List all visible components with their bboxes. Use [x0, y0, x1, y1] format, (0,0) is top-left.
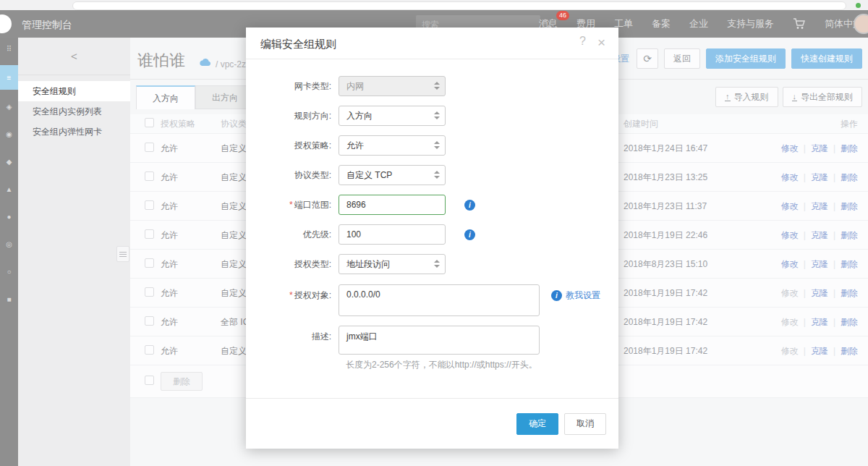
clone-link[interactable]: 克隆 — [811, 171, 828, 182]
delete-link[interactable]: 删除 — [841, 229, 858, 240]
rail-icon-3[interactable]: ◈ — [0, 96, 18, 117]
modify-link-disabled: 修改 — [781, 287, 799, 297]
row-checkbox[interactable] — [145, 200, 154, 210]
row-checkbox[interactable] — [145, 316, 154, 326]
brand-logo[interactable] — [0, 14, 12, 33]
rail-home-icon[interactable]: ⠿ — [0, 38, 18, 59]
delete-link[interactable]: 删除 — [841, 200, 858, 211]
row-checkbox[interactable] — [145, 258, 154, 268]
info-icon[interactable]: i — [464, 229, 475, 240]
rail-icon-8[interactable]: ◎ — [0, 233, 18, 255]
select-arrows-icon — [434, 111, 440, 119]
row-checkbox[interactable] — [145, 171, 154, 181]
sidebar-item-eni[interactable]: 安全组内弹性网卡 — [18, 122, 130, 142]
clone-link[interactable]: 克隆 — [811, 200, 828, 211]
rail-active-product-icon[interactable]: ≡ — [0, 65, 18, 90]
download-icon: ↓ — [792, 93, 798, 101]
rail-icon-6[interactable]: ▲ — [0, 178, 18, 200]
rail-icon-7[interactable]: ● — [0, 206, 18, 227]
row-checkbox[interactable] — [145, 287, 154, 297]
rail-icon-5[interactable]: ◆ — [0, 151, 18, 172]
modify-link-disabled: 修改 — [781, 316, 799, 326]
add-rule-button[interactable]: 添加安全组规则 — [706, 48, 786, 69]
edit-rule-modal: 编辑安全组规则 ? × 网卡类型: 内网 规则方向: 入方向 授权策略: 允许 … — [246, 27, 618, 449]
nav-icp[interactable]: 备案 — [652, 17, 671, 30]
row-checkbox[interactable] — [145, 345, 154, 355]
nav-support[interactable]: 支持与服务 — [727, 17, 774, 30]
close-icon[interactable]: × — [597, 35, 605, 51]
clone-link[interactable]: 克隆 — [811, 258, 828, 268]
row-checkbox[interactable] — [145, 143, 154, 152]
confirm-button[interactable]: 确定 — [516, 413, 558, 435]
info-icon[interactable]: i — [464, 200, 475, 211]
delete-link[interactable]: 删除 — [841, 287, 858, 297]
description-hint: 长度为2-256个字符，不能以http://或https://开头。 — [346, 359, 618, 371]
port-range-label: *端口范围: — [246, 199, 339, 211]
nav-enterprise[interactable]: 企业 — [689, 17, 708, 30]
modify-link[interactable]: 修改 — [781, 143, 799, 153]
modify-link[interactable]: 修改 — [781, 229, 799, 240]
policy-label: 授权策略: — [246, 140, 339, 152]
sidebar: < 安全组规则 安全组内实例列表 安全组内弹性网卡 — [18, 38, 130, 466]
cancel-button[interactable]: 取消 — [564, 413, 606, 435]
footer-checkbox[interactable] — [145, 376, 154, 385]
description-textarea[interactable] — [339, 326, 540, 355]
protocol-select[interactable]: 自定义 TCP — [339, 165, 446, 185]
modify-link[interactable]: 修改 — [781, 200, 799, 211]
nic-type-select: 内网 — [339, 76, 446, 96]
delete-link[interactable]: 删除 — [841, 171, 858, 182]
tab-inbound[interactable]: 入方向 — [136, 85, 195, 109]
cart-icon[interactable] — [793, 18, 806, 30]
modify-link[interactable]: 修改 — [781, 171, 799, 182]
sidebar-resize-handle[interactable] — [116, 246, 129, 262]
clone-link[interactable]: 克隆 — [811, 143, 828, 153]
export-rules-button[interactable]: ↓导出全部规则 — [783, 87, 863, 107]
modal-footer: 确定 取消 — [246, 398, 618, 449]
priority-input[interactable] — [339, 224, 446, 245]
clone-link[interactable]: 克隆 — [811, 287, 828, 297]
refresh-button[interactable]: ⟳ — [637, 48, 658, 69]
direction-label: 规则方向: — [246, 110, 339, 122]
modal-title: 编辑安全组规则 — [260, 38, 336, 51]
sidebar-item-instance-list[interactable]: 安全组内实例列表 — [18, 101, 130, 122]
select-all-checkbox[interactable] — [145, 118, 154, 127]
delete-link[interactable]: 删除 — [841, 316, 858, 326]
help-icon[interactable]: ? — [579, 35, 586, 51]
clone-link[interactable]: 克隆 — [811, 229, 828, 240]
clone-link[interactable]: 克隆 — [811, 345, 828, 355]
auth-type-label: 授权类型: — [246, 258, 339, 271]
browser-extension-icon[interactable] — [856, 3, 861, 8]
port-range-input[interactable] — [339, 195, 446, 215]
row-checkbox[interactable] — [145, 229, 154, 239]
col-created: 创建时间 — [624, 118, 658, 130]
rail-icon-4[interactable]: ◉ — [0, 123, 18, 145]
browser-url-bar[interactable] — [72, 1, 846, 10]
direction-select[interactable]: 入方向 — [339, 106, 446, 126]
chevron-left-icon: < — [71, 50, 77, 62]
back-button[interactable]: 返回 — [664, 48, 700, 69]
col-actions: 操作 — [841, 118, 858, 130]
sidebar-collapse-button[interactable]: < — [18, 38, 130, 75]
delete-link[interactable]: 删除 — [841, 345, 858, 355]
teach-me-setup-link[interactable]: i教我设置 — [551, 284, 600, 302]
import-rules-button[interactable]: ↑导入规则 — [715, 87, 778, 107]
delete-link[interactable]: 删除 — [841, 258, 858, 268]
auth-type-select[interactable]: 地址段访问 — [339, 254, 446, 274]
batch-delete-button[interactable]: 删除 — [161, 372, 203, 391]
sidebar-item-security-rules[interactable]: 安全组规则 — [18, 81, 130, 101]
modify-link[interactable]: 修改 — [781, 258, 799, 268]
quick-create-button[interactable]: 快速创建规则 — [791, 48, 862, 69]
policy-select[interactable]: 允许 — [339, 135, 446, 156]
auth-target-textarea[interactable] — [339, 284, 540, 316]
rail-icon-9[interactable]: ○ — [0, 260, 18, 282]
rail-icon-10[interactable]: ■ — [0, 288, 18, 310]
clone-link[interactable]: 克隆 — [811, 316, 828, 326]
user-avatar[interactable] — [854, 14, 868, 34]
delete-link[interactable]: 删除 — [841, 143, 858, 153]
cloud-icon — [199, 58, 211, 69]
nic-type-label: 网卡类型: — [246, 80, 339, 93]
console-title: 管理控制台 — [22, 19, 72, 32]
info-icon: i — [551, 290, 562, 301]
product-icon-rail: ⠿ ≡ ◈ ◉ ◆ ▲ ● ◎ ○ ■ — [0, 38, 18, 466]
auth-target-label: *授权对象: — [246, 284, 339, 302]
